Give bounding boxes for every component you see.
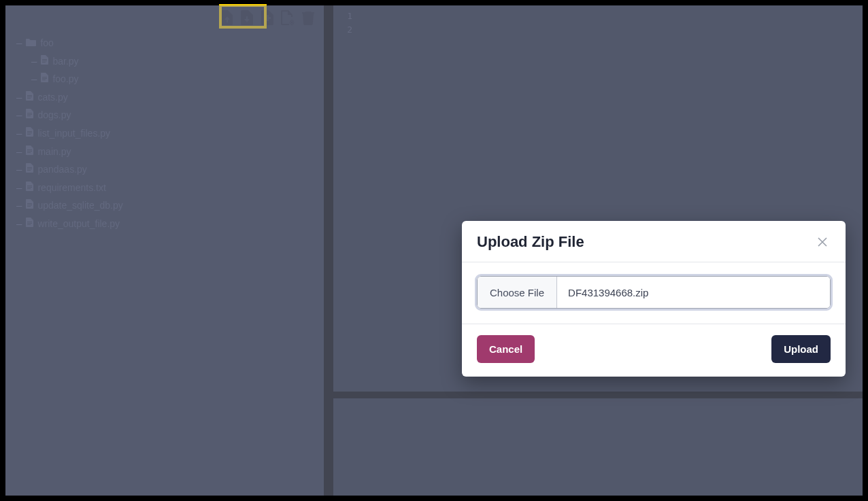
file-icon [41, 70, 48, 88]
trash-icon [302, 10, 314, 25]
tree-file[interactable]: —dogs.py [16, 106, 320, 124]
download-file-icon [241, 10, 253, 25]
tree-connector: — [16, 34, 22, 52]
file-picker: Choose File DF431394668.zip [477, 276, 831, 309]
file-icon [41, 52, 48, 71]
upload-file-icon [220, 10, 233, 25]
add-file-button[interactable] [280, 9, 295, 27]
modal-header: Upload Zip File [462, 221, 846, 262]
tree-file-label: requirements.txt [37, 179, 105, 197]
selected-file-name: DF431394668.zip [557, 277, 830, 308]
folder-icon [26, 34, 36, 52]
choose-file-button[interactable]: Choose File [478, 277, 557, 308]
line-number: 1 [333, 10, 352, 23]
tree-file[interactable]: —main.py [16, 143, 320, 161]
file-icon [26, 160, 33, 179]
modal-close-button[interactable] [814, 234, 831, 250]
tree-file-label: main.py [37, 143, 71, 161]
tree-file-label: dogs.py [37, 106, 71, 124]
file-icon [26, 143, 33, 161]
add-file-icon [281, 10, 295, 25]
close-icon [818, 235, 827, 250]
tree-file[interactable]: — foo.py [31, 70, 320, 88]
tree-file-label: foo.py [52, 70, 78, 88]
tree-file-label: list_input_files.py [37, 124, 110, 143]
file-tree: — foo — bar.py [5, 30, 324, 237]
tree-connector: — [31, 52, 37, 71]
new-file-button[interactable] [260, 9, 275, 27]
cancel-button[interactable]: Cancel [477, 335, 535, 363]
file-icon [26, 106, 33, 124]
modal-title: Upload Zip File [477, 233, 584, 251]
tree-file[interactable]: —requirements.txt [16, 179, 320, 197]
file-icon [26, 88, 33, 107]
terminal-panel[interactable] [333, 398, 863, 496]
new-file-icon [261, 10, 273, 25]
file-icon [26, 215, 33, 233]
file-explorer-sidebar: — foo — bar.py [5, 5, 324, 496]
tree-file-label: update_sqlite_db.py [37, 196, 122, 215]
tree-folder[interactable]: — foo [16, 34, 320, 52]
tree-file[interactable]: —write_output_file.py [16, 215, 320, 233]
svg-point-0 [291, 22, 293, 24]
tree-file-label: cats.py [37, 88, 67, 107]
tree-file[interactable]: —list_input_files.py [16, 124, 320, 143]
tree-folder-label: foo [40, 34, 53, 52]
upload-file-button[interactable] [219, 9, 234, 27]
download-file-button[interactable] [239, 9, 254, 27]
delete-button[interactable] [301, 9, 316, 27]
line-number: 2 [333, 23, 352, 37]
tree-file-label: bar.py [52, 52, 78, 71]
modal-footer: Cancel Upload [462, 324, 846, 377]
file-icon [26, 124, 33, 143]
tree-file[interactable]: —pandaas.py [16, 160, 320, 179]
tree-folder-children: — bar.py — foo.p [31, 52, 320, 88]
tree-file-label: write_output_file.py [37, 215, 120, 233]
editor-gutter: 1 2 [333, 5, 356, 392]
modal-body: Choose File DF431394668.zip [462, 262, 846, 324]
tree-file[interactable]: —update_sqlite_db.py [16, 196, 320, 215]
tree-file[interactable]: — bar.py [31, 52, 320, 71]
tree-connector: — [31, 70, 37, 88]
file-icon [26, 196, 33, 215]
tree-file-label: pandaas.py [37, 160, 86, 179]
upload-button[interactable]: Upload [771, 335, 831, 363]
upload-zip-modal: Upload Zip File Choose File DF431394668.… [462, 221, 846, 377]
tree-file[interactable]: —cats.py [16, 88, 320, 107]
sidebar-toolbar [219, 5, 316, 30]
file-icon [26, 179, 33, 197]
